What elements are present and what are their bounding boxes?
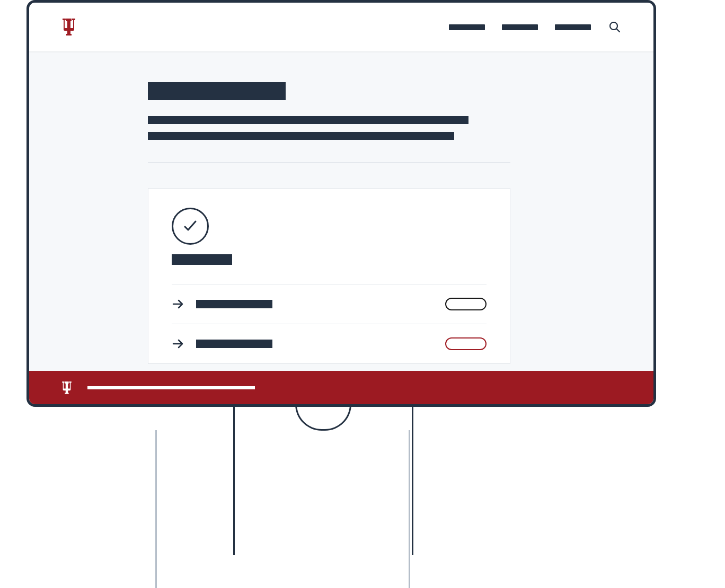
nav-link-3[interactable] <box>555 24 591 30</box>
arrow-right-icon <box>172 298 184 310</box>
lead-line-2 <box>148 132 454 140</box>
card-row-2[interactable] <box>172 324 487 363</box>
nav-link-1[interactable] <box>449 24 485 30</box>
iu-trident-logo[interactable] <box>61 17 77 37</box>
search-icon <box>608 21 621 33</box>
primary-nav <box>449 20 622 34</box>
trident-icon <box>61 17 77 37</box>
page-body <box>29 52 653 371</box>
page-title <box>148 82 286 100</box>
section-divider <box>148 162 510 163</box>
svg-line-1 <box>616 29 620 32</box>
card-row-left <box>172 337 272 350</box>
nav-link-2[interactable] <box>502 24 538 30</box>
checkmark-icon <box>182 218 198 234</box>
card-row-left <box>172 298 272 310</box>
row-label <box>196 300 272 308</box>
lead-line-1 <box>148 116 468 124</box>
site-footer <box>29 371 653 404</box>
status-pill-alert[interactable] <box>445 337 487 350</box>
card-subtitle <box>172 254 232 265</box>
card-row-1[interactable] <box>172 284 487 324</box>
status-pill-default[interactable] <box>445 298 487 310</box>
monitor-frame <box>26 0 656 407</box>
lead-paragraph <box>148 116 535 140</box>
site-header <box>29 3 653 52</box>
trident-icon <box>61 380 73 395</box>
checkmark-circle-icon <box>172 208 209 245</box>
iu-trident-logo-white[interactable] <box>61 380 73 395</box>
arrow-right-icon <box>172 337 184 350</box>
content-card <box>148 188 510 364</box>
footer-text <box>87 386 255 389</box>
search-button[interactable] <box>608 20 622 34</box>
row-label <box>196 340 272 348</box>
